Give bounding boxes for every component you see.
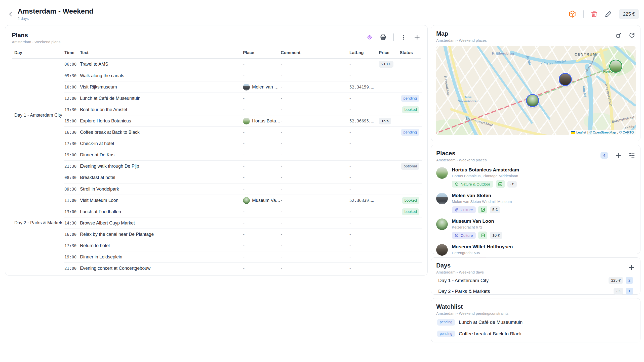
expand-icon[interactable] [616, 32, 622, 38]
printer-icon[interactable] [380, 34, 387, 41]
plan-row[interactable]: 21:30Evening walk through De Pijp---opti… [64, 160, 422, 172]
watchlist-item[interactable]: pendingLunch at Café de Museumtuin [436, 318, 635, 327]
plan-row[interactable]: 19:00Dinner at De Kas--- [64, 149, 422, 160]
plan-text: Lunch at Foodhallen [80, 209, 243, 214]
plan-time: 16:00 [64, 232, 80, 237]
page-subtitle: 2 days [18, 16, 93, 21]
plan-row[interactable]: 19:00Dinner in Leidseplein--- [64, 251, 422, 262]
plan-comment: - [281, 209, 349, 214]
plan-row[interactable]: 13:00Lunch at Foodhallen---booked [64, 206, 422, 217]
plan-time: 14:30 [64, 221, 80, 225]
place-address: Keizersgracht 672 [452, 225, 502, 229]
status-badge: optional [401, 163, 419, 170]
plan-row[interactable]: 17:30Return to hotel--- [64, 240, 422, 251]
plan-row[interactable]: 16:30Coffee break at Back to Black---pen… [64, 126, 422, 138]
watchlist-panel: Watchlist Amsterdam - Weekend pending/co… [431, 298, 640, 342]
places-list: Hortus Botanicus AmsterdamHortus Botanic… [436, 167, 635, 265]
carto-link[interactable]: © CARTO [619, 130, 634, 134]
trash-icon[interactable] [591, 11, 598, 18]
day-list-item[interactable]: Day 1 - Amsterdam City225 €2 [436, 276, 635, 285]
plan-text: Return to hotel [80, 243, 243, 248]
route-diamond-icon[interactable] [366, 34, 373, 41]
place-avatar [243, 118, 250, 124]
plan-comment: - [281, 62, 349, 67]
plan-row[interactable]: 09:30Stroll in Vondelpark--- [64, 183, 422, 195]
plan-text: Walk along the canals [80, 73, 243, 78]
map-marker-willet[interactable] [559, 73, 572, 86]
list-check-icon[interactable] [629, 152, 635, 159]
plan-row[interactable]: 17:30Check-in at hotel--- [64, 138, 422, 149]
watchlist-list: pendingLunch at Café de Museumtuinpendin… [436, 318, 635, 339]
plus-icon[interactable] [615, 152, 622, 159]
watchlist-item[interactable]: pendingCoffee break at Back to Black [436, 329, 635, 339]
plan-row[interactable]: 16:00Relax by the canal near De Plantage… [64, 229, 422, 240]
kebab-menu-icon[interactable] [400, 34, 407, 40]
plan-status: pending [400, 129, 422, 136]
plan-latlng: - [349, 141, 379, 146]
plan-time: 06:00 [64, 62, 80, 67]
refresh-icon[interactable] [629, 32, 635, 38]
plan-text: Dinner at De Kas [80, 152, 243, 158]
map-title: Map [436, 30, 487, 37]
day-label: Day 1 - Amsterdam City [438, 278, 489, 283]
places-title: Places [436, 150, 487, 156]
page-title: Amsterdam - Weekend [18, 8, 93, 15]
col-latlng: LatLng [349, 50, 379, 55]
map-canvas[interactable]: KrijtbergbrugRokinAmstelAmstelCENTRUMWat… [436, 46, 636, 135]
plan-row[interactable]: 09:30Walk along the canals--- [64, 70, 422, 81]
plus-icon[interactable] [413, 33, 421, 41]
plan-row[interactable]: 13:30Boat tour on the Amstel---booked [64, 104, 422, 115]
plan-latlng: - [349, 243, 379, 248]
plan-row[interactable]: 06:00Travel to AMS---210 € [64, 59, 422, 70]
edit-pencil-icon[interactable] [605, 11, 612, 18]
plan-row[interactable]: 15:00Explore Hortus BotanicusHortus Bota… [64, 115, 422, 126]
plan-place: - [243, 73, 281, 78]
plan-row[interactable]: 12:00Lunch at Café de Museumtuin---pendi… [64, 93, 422, 104]
package-icon[interactable] [569, 10, 576, 18]
plan-row[interactable]: 10:00Visit RijksmuseumMolen van …-52.341… [64, 81, 422, 93]
map-marker-vanloon[interactable] [526, 94, 539, 107]
plan-row[interactable]: 21:00Evening concert at Concertgebouw--- [64, 262, 422, 274]
plans-subtitle: Amsterdam - Weekend plans [12, 40, 60, 44]
plan-time: 09:30 [64, 187, 80, 192]
empty-value: - [243, 141, 245, 146]
place-list-item[interactable]: Hortus Botanicus AmsterdamHortus Botanic… [436, 167, 635, 188]
attribution-comma: , [617, 130, 618, 134]
place-list-item[interactable]: Molen van SlotenMolen van Sloten Windmil… [436, 193, 635, 213]
plan-row[interactable]: 14:30Browse Albert Cuyp Market--- [64, 217, 422, 229]
plan-time: 21:30 [64, 164, 80, 169]
plan-text: Breakfast at hotel [80, 175, 243, 180]
plus-icon[interactable] [628, 264, 635, 271]
plan-latlng: - [349, 107, 379, 112]
days-subtitle: Amsterdam - Weekend days [436, 270, 484, 274]
price-badge: 210 € [379, 61, 393, 68]
plans-table-header: Day Time Text Place Comment LatLng Price… [12, 47, 421, 59]
back-button[interactable] [7, 10, 15, 18]
place-photo [436, 167, 448, 179]
visited-check-badge [478, 206, 487, 213]
plan-row[interactable]: 08:30Breakfast at hotel--- [64, 172, 422, 183]
plan-place: - [243, 175, 281, 180]
col-status: Status [400, 50, 422, 55]
plan-place: Hortus Bota… [243, 118, 281, 124]
plan-text: Evening concert at Concertgebouw [80, 266, 243, 271]
plan-latlng: - [349, 220, 379, 226]
map-marker-hortus[interactable] [609, 60, 622, 73]
places-subtitle: Amsterdam - Weekend places [436, 158, 487, 162]
plan-latlng: - [349, 130, 379, 135]
plan-comment: - [281, 130, 349, 135]
place-list-item[interactable]: Museum Van LoonKeizersgracht 672Culture1… [436, 218, 635, 239]
visited-check-badge [478, 232, 487, 239]
osm-link[interactable]: © OpenStreetMap [589, 130, 616, 134]
day-price-badge: 225 € [609, 277, 623, 284]
cube-icon [455, 208, 459, 212]
cube-icon [455, 182, 459, 186]
plan-text: Stroll in Vondelpark [80, 187, 243, 192]
plan-row[interactable]: 11:00Visit Museum LoonMuseum Va…-52.3633… [64, 195, 422, 206]
plan-latlng: - [349, 254, 379, 260]
status-badge: pending [401, 95, 419, 102]
plan-text: Lunch at Café de Museumtuin [80, 96, 243, 101]
day-list-item[interactable]: Day 2 - Parks & Markets- €1 [436, 287, 635, 296]
days-list: Day 1 - Amsterdam City225 €2Day 2 - Park… [436, 276, 635, 296]
leaflet-link[interactable]: Leaflet [576, 130, 586, 134]
